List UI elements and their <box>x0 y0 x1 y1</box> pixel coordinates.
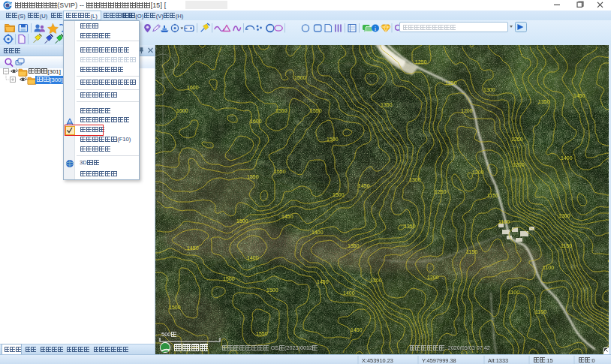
svg-text:1250: 1250 <box>511 137 523 142</box>
svg-text:1350: 1350 <box>381 102 393 107</box>
svg-text:1450: 1450 <box>187 245 199 251</box>
svg-text:1100: 1100 <box>498 219 510 224</box>
svg-text:1550: 1550 <box>310 108 322 113</box>
svg-text:1300: 1300 <box>483 87 495 92</box>
svg-text:1250: 1250 <box>435 189 447 194</box>
svg-text:1100: 1100 <box>508 290 519 295</box>
svg-text:1400: 1400 <box>247 255 259 260</box>
svg-text:1500: 1500 <box>294 75 306 80</box>
svg-text:1550: 1550 <box>275 108 287 113</box>
svg-text:1400: 1400 <box>561 155 573 161</box>
svg-text:1500: 1500 <box>223 276 235 281</box>
svg-text:1450: 1450 <box>351 327 363 332</box>
svg-text:1500: 1500 <box>266 287 278 293</box>
svg-text:1300: 1300 <box>558 213 570 218</box>
svg-text:1150: 1150 <box>561 243 572 248</box>
svg-text:1300: 1300 <box>409 177 421 182</box>
svg-text:1200: 1200 <box>513 162 525 167</box>
svg-text:1100: 1100 <box>543 265 554 270</box>
svg-text:1500: 1500 <box>327 137 339 142</box>
svg-text:1200: 1200 <box>461 108 473 113</box>
svg-text:1450: 1450 <box>358 183 370 188</box>
svg-text:1550: 1550 <box>256 331 268 336</box>
svg-text:1500: 1500 <box>236 218 248 224</box>
svg-text:1600: 1600 <box>250 119 262 124</box>
svg-text:1600: 1600 <box>176 108 188 113</box>
svg-text:1400: 1400 <box>343 290 355 296</box>
svg-text:1350: 1350 <box>404 224 416 229</box>
svg-text:1500: 1500 <box>333 192 345 197</box>
svg-text:1150: 1150 <box>466 249 477 254</box>
svg-text:1450: 1450 <box>281 214 293 219</box>
svg-text:1100: 1100 <box>535 309 546 314</box>
svg-text:1200: 1200 <box>427 275 439 280</box>
svg-text:1550: 1550 <box>247 174 259 179</box>
svg-text:1600: 1600 <box>187 85 199 90</box>
svg-text:1450: 1450 <box>573 93 585 98</box>
svg-text:1200: 1200 <box>472 170 484 175</box>
svg-text:1300: 1300 <box>370 278 382 283</box>
svg-text:1500: 1500 <box>169 305 181 310</box>
svg-text:1250: 1250 <box>415 59 427 65</box>
svg-text:1550: 1550 <box>274 169 286 174</box>
svg-text:1400: 1400 <box>312 230 324 235</box>
svg-text:1250: 1250 <box>445 80 457 86</box>
svg-text:1150: 1150 <box>487 193 498 198</box>
svg-text:1350: 1350 <box>538 99 550 104</box>
svg-text:1350: 1350 <box>348 243 360 248</box>
svg-text:1450: 1450 <box>317 279 329 284</box>
